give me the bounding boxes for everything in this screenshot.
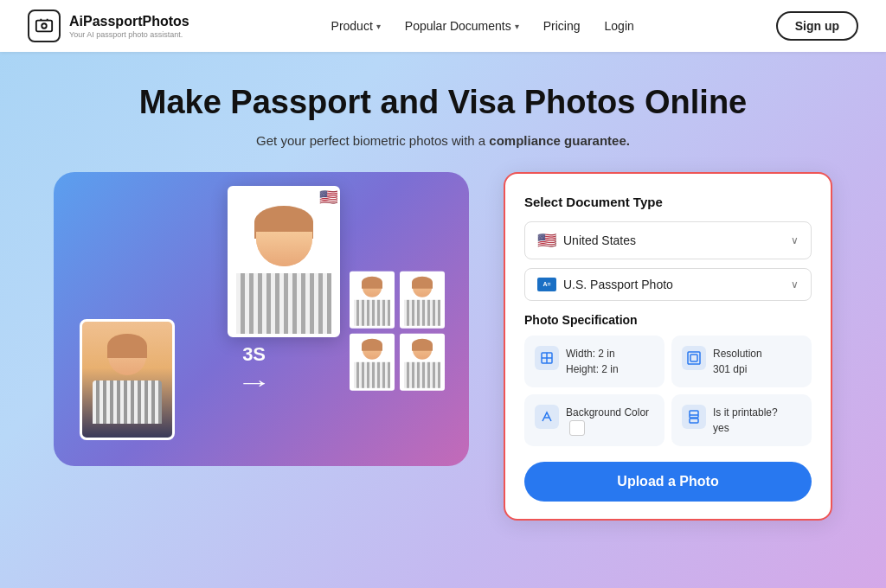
person-head-main	[256, 210, 312, 266]
doctype-select[interactable]: A= U.S. Passport Photo ∨	[524, 268, 812, 301]
logo-subtitle: Your AI passport photo assistant.	[69, 30, 189, 39]
country-flag: 🇺🇸	[537, 231, 556, 250]
photo-main: 🇺🇸	[228, 186, 340, 337]
product-chevron-icon: ▾	[376, 22, 381, 31]
spec-printable-value: yes	[713, 420, 778, 436]
logo-title: AiPassportPhotos	[69, 13, 189, 29]
nav-pricing[interactable]: Pricing	[543, 19, 581, 33]
photo-before	[80, 319, 175, 440]
panel-title: Select Document Type	[524, 195, 812, 209]
person-head-small	[108, 337, 146, 375]
photo-thumb-1	[350, 271, 395, 328]
photo-thumb-2	[400, 271, 445, 328]
right-arrow-icon: →	[236, 369, 273, 397]
resolution-icon	[682, 346, 706, 370]
hero-subtitle: Get your perfect biometric photos with a…	[256, 133, 630, 148]
spec-resolution-card: Resolution 301 dpi	[671, 336, 812, 387]
svg-rect-0	[36, 21, 52, 32]
person-face-main	[256, 232, 312, 266]
content-row: 3S → 🇺🇸	[19, 172, 867, 521]
person-body-small	[93, 380, 162, 424]
nav-product[interactable]: Product ▾	[331, 19, 381, 33]
photo-grid	[350, 271, 445, 390]
bgcolor-icon	[535, 405, 559, 429]
signup-button[interactable]: Sign up	[776, 11, 858, 41]
logo-text: AiPassportPhotos Your AI passport photo …	[69, 13, 189, 38]
spec-resolution-label: Resolution	[713, 346, 762, 361]
printable-icon	[682, 405, 706, 429]
spec-printable-label: Is it printable?	[713, 405, 778, 420]
navbar: AiPassportPhotos Your AI passport photo …	[0, 0, 886, 52]
country-label: United States	[563, 233, 636, 247]
spec-grid: Width: 2 in Height: 2 in Resolution	[524, 336, 812, 447]
svg-rect-8	[690, 411, 698, 418]
hero-title: Make Passport and Visa Photos Online	[139, 83, 748, 123]
illustration-panel: 3S → 🇺🇸	[54, 172, 469, 466]
doctype-label: U.S. Passport Photo	[563, 278, 673, 291]
person-body-main	[236, 273, 331, 334]
spec-bg-label: Background Color	[566, 405, 649, 420]
country-select[interactable]: 🇺🇸 United States ∨	[524, 221, 812, 259]
doc-badge: A=	[537, 278, 556, 291]
person-hair-small	[107, 334, 147, 358]
document-panel: Select Document Type 🇺🇸 United States ∨ …	[504, 172, 832, 521]
hero-section: Make Passport and Visa Photos Online Get…	[0, 52, 886, 521]
bg-color-swatch	[569, 420, 585, 436]
nav-links: Product ▾ Popular Documents ▾ Pricing Lo…	[331, 19, 634, 33]
svg-rect-5	[688, 352, 700, 364]
spec-width: Width: 2 in	[566, 346, 619, 361]
logo-area: AiPassportPhotos Your AI passport photo …	[28, 10, 189, 42]
svg-point-1	[42, 23, 47, 29]
svg-rect-6	[690, 355, 697, 361]
spec-title: Photo Specification	[524, 313, 812, 327]
upload-button[interactable]: Upload a Photo	[524, 462, 812, 502]
spec-size-card: Width: 2 in Height: 2 in	[524, 336, 664, 387]
nav-buttons: Sign up	[776, 11, 858, 41]
spec-height: Height: 2 in	[566, 361, 619, 377]
photo-thumb-4	[400, 333, 445, 390]
spec-resolution-value: 301 dpi	[713, 361, 762, 377]
size-icon	[535, 346, 559, 370]
timer-label: 3S	[242, 343, 266, 366]
nav-popular-documents[interactable]: Popular Documents ▾	[405, 19, 519, 33]
documents-chevron-icon: ▾	[515, 22, 519, 31]
timer-arrow: 3S →	[242, 343, 266, 397]
nav-login[interactable]: Login	[605, 19, 634, 33]
spec-printable-card: Is it printable? yes	[671, 394, 812, 447]
svg-rect-9	[690, 419, 698, 423]
flag-badge: 🇺🇸	[315, 186, 340, 211]
doctype-chevron-icon: ∨	[791, 278, 799, 291]
photo-thumb-3	[350, 333, 395, 390]
country-chevron-icon: ∨	[791, 234, 799, 246]
spec-bgcolor-card: Background Color	[524, 394, 664, 447]
logo-icon	[28, 10, 61, 42]
